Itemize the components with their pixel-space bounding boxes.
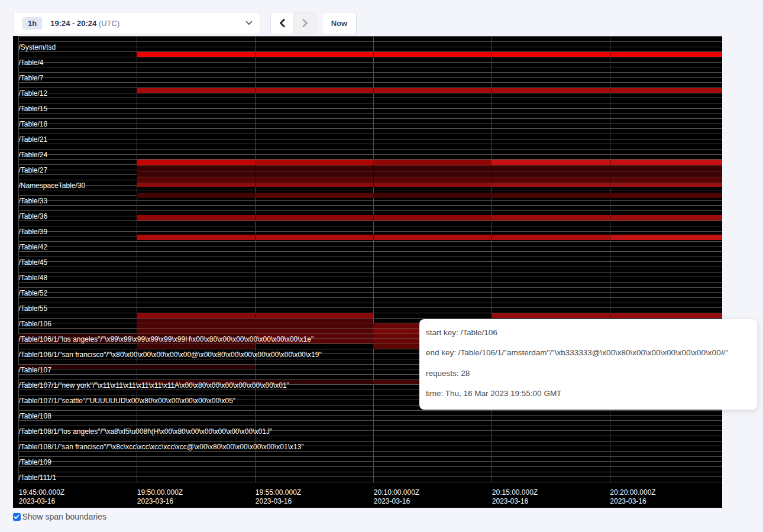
svg-text:/Table/107/1/"new york"/"\x11\: /Table/107/1/"new york"/"\x11\x11\x11\x1…: [19, 381, 289, 390]
svg-text:19:50:00.000Z: 19:50:00.000Z: [137, 488, 183, 497]
svg-text:/Table/39: /Table/39: [19, 228, 48, 236]
svg-text:2023-03-16: 2023-03-16: [610, 497, 646, 505]
svg-text:/Table/108/1/"san francisco"/": /Table/108/1/"san francisco"/"\x8c\xcc\x…: [19, 443, 304, 451]
svg-text:/Table/52: /Table/52: [19, 289, 48, 297]
svg-text:/Table/106/1/"los angeles"/"\x: /Table/106/1/"los angeles"/"\x99\x99\x99…: [19, 335, 314, 343]
svg-text:19:45:00.000Z: 19:45:00.000Z: [19, 488, 64, 497]
svg-text:/Table/24: /Table/24: [19, 151, 48, 159]
svg-text:/Table/42: /Table/42: [19, 243, 48, 251]
svg-text:19:55:00.000Z: 19:55:00.000Z: [256, 488, 301, 497]
svg-text:/Table/21: /Table/21: [19, 135, 48, 144]
svg-text:2023-03-16: 2023-03-16: [137, 497, 174, 505]
svg-text:/Table/45: /Table/45: [19, 258, 48, 267]
svg-text:20:20:00.000Z: 20:20:00.000Z: [610, 488, 655, 497]
svg-text:/Table/108/1/"los angeles"/"\x: /Table/108/1/"los angeles"/"\xa8\xf5\u00…: [19, 427, 273, 436]
svg-text:20:10:00.000Z: 20:10:00.000Z: [374, 488, 419, 497]
svg-text:2023-03-16: 2023-03-16: [374, 497, 410, 505]
svg-text:/Table/18: /Table/18: [19, 120, 48, 128]
svg-text:/NamespaceTable/30: /NamespaceTable/30: [19, 181, 86, 190]
svg-text:2023-03-16: 2023-03-16: [19, 497, 56, 505]
svg-text:/Table/36: /Table/36: [19, 212, 48, 220]
svg-text:/Table/27: /Table/27: [19, 166, 48, 174]
svg-text:/Table/48: /Table/48: [19, 274, 48, 282]
svg-text:/Table/108: /Table/108: [19, 412, 52, 420]
svg-text:20:15:00.000Z: 20:15:00.000Z: [492, 488, 538, 497]
svg-text:/Table/109: /Table/109: [19, 458, 52, 466]
svg-text:2023-03-16: 2023-03-16: [492, 497, 529, 505]
svg-text:2023-03-16: 2023-03-16: [256, 497, 292, 505]
svg-text:/Table/7: /Table/7: [19, 74, 44, 82]
svg-text:/Table/15: /Table/15: [19, 105, 48, 113]
svg-text:/Table/12: /Table/12: [19, 89, 48, 98]
svg-text:/Table/111/1: /Table/111/1: [19, 473, 57, 482]
svg-text:/Table/107/1/"seattle"/"UUUUUU: /Table/107/1/"seattle"/"UUUUUUD\x00\x80\…: [19, 397, 236, 405]
svg-text:/System/tsd: /System/tsd: [19, 43, 56, 51]
svg-text:/Table/106/1/"san francisco"/": /Table/106/1/"san francisco"/"\x80\x00\x…: [19, 351, 322, 359]
svg-text:/Table/106: /Table/106: [19, 320, 52, 328]
svg-text:/Table/4: /Table/4: [19, 59, 44, 67]
svg-text:/Table/55: /Table/55: [19, 304, 48, 313]
svg-text:/Table/33: /Table/33: [19, 197, 48, 205]
svg-text:/Table/107: /Table/107: [19, 366, 52, 374]
